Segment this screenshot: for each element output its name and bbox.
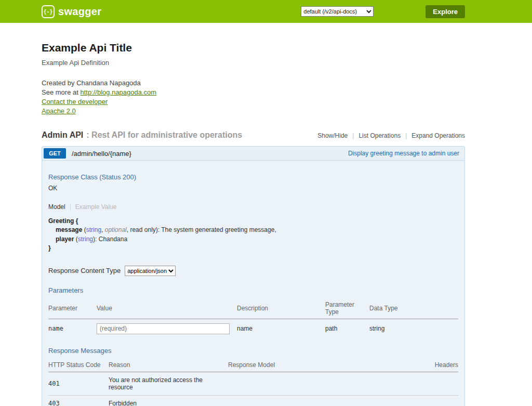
col-parameter-type: Parameter Type — [325, 298, 369, 319]
api-url-select[interactable]: default (/v2/api-docs) — [301, 6, 374, 17]
status-headers — [426, 395, 458, 406]
response-content-type-row: Response Content Type application/json — [48, 266, 458, 276]
response-class-heading: Response Class (Status 200) — [48, 173, 458, 181]
see-more-link[interactable]: http://blog.napagoda.com — [80, 88, 156, 96]
expand-operations-link[interactable]: Expand Operations — [401, 132, 465, 139]
status-response-model — [228, 372, 426, 395]
api-title: Example Api Title — [42, 42, 465, 54]
response-content-type-select[interactable]: application/json — [125, 266, 176, 276]
operation-body: Response Class (Status 200) OK ModelExam… — [42, 161, 465, 406]
col-http-status-code: HTTP Status Code — [48, 359, 109, 372]
model-close-line: } — [48, 244, 458, 253]
col-reason: Reason — [109, 359, 228, 372]
response-messages-table: HTTP Status Code Reason Response Model H… — [48, 359, 458, 406]
parameter-description: name — [237, 319, 325, 336]
response-class-status: OK — [48, 185, 458, 192]
tab-model[interactable]: Model — [48, 203, 70, 211]
model-signature: Greeting { message (string, optional, re… — [48, 217, 458, 253]
swagger-logo[interactable]: {-} swagger — [42, 5, 101, 18]
operation-header[interactable]: GET /admin/hello/{name} Display greeting… — [42, 146, 465, 161]
col-value: Value — [97, 298, 237, 319]
contact-line: Contact the developer — [42, 98, 465, 106]
admin-api-subtitle: : Rest API for administrative operations — [86, 130, 242, 140]
status-response-model — [228, 395, 426, 406]
license-line: Apache 2.0 — [42, 107, 465, 115]
status-code: 403 — [48, 395, 109, 406]
license-link[interactable]: Apache 2.0 — [42, 107, 76, 115]
swagger-logo-text: swagger — [58, 6, 101, 18]
parameters-table: Parameter Value Description Parameter Ty… — [48, 298, 458, 336]
signature-tabs: ModelExample Value — [48, 203, 458, 211]
response-content-type-label: Response Content Type — [48, 267, 121, 274]
parameters-header-row: Parameter Value Description Parameter Ty… — [48, 298, 458, 319]
response-messages-heading: Response Messages — [48, 347, 458, 355]
api-description: Example Api Definition — [42, 59, 465, 67]
parameter-name: name — [48, 319, 97, 336]
info-links: Created by Chandana Napagoda See more at… — [42, 79, 465, 115]
parameter-data-type: string — [369, 319, 458, 336]
status-headers — [426, 372, 458, 395]
response-message-row: 403 Forbidden — [48, 395, 458, 406]
operation-summary-link[interactable]: Display greeting message to admin user — [348, 150, 459, 157]
col-description: Description — [237, 298, 325, 319]
status-reason: Forbidden — [109, 395, 228, 406]
created-by-text: Created by Chandana Napagoda — [42, 79, 465, 87]
model-open-line: Greeting { — [48, 217, 458, 226]
parameter-type: path — [325, 319, 369, 336]
col-headers: Headers — [426, 359, 458, 372]
list-operations-link[interactable]: List Operations — [348, 132, 401, 139]
top-header-bar: {-} swagger default (/v2/api-docs) Explo… — [0, 0, 532, 23]
see-more-line: See more at http://blog.napagoda.com — [42, 88, 465, 96]
response-message-row: 401 You are not authorized access the re… — [48, 372, 458, 395]
parameter-value-input[interactable] — [97, 323, 230, 334]
col-response-model: Response Model — [228, 359, 426, 372]
col-parameter: Parameter — [48, 298, 97, 319]
show-hide-link[interactable]: Show/Hide — [317, 132, 348, 139]
parameter-row: name name path string — [48, 319, 458, 336]
admin-api-section-header: Admin API : Rest API for administrative … — [42, 130, 465, 140]
parameters-heading: Parameters — [48, 286, 458, 294]
response-messages-header-row: HTTP Status Code Reason Response Model H… — [48, 359, 458, 372]
info-section: Example Api Title Example Api Definition… — [42, 42, 465, 115]
explore-button[interactable]: Explore — [425, 5, 465, 18]
admin-api-title[interactable]: Admin API — [42, 130, 83, 140]
model-property-message: message (string, optional, read only): T… — [48, 226, 458, 234]
status-reason: You are not authorized access the resour… — [109, 372, 228, 395]
status-code: 401 — [48, 372, 109, 395]
operation-path[interactable]: /admin/hello/{name} — [72, 150, 131, 158]
col-data-type: Data Type — [369, 298, 458, 319]
tab-example-value[interactable]: Example Value — [70, 203, 117, 211]
get-operation: GET /admin/hello/{name} Display greeting… — [42, 146, 465, 406]
header-inner: {-} swagger default (/v2/api-docs) Explo… — [42, 0, 465, 23]
http-method-badge[interactable]: GET — [44, 148, 66, 159]
contact-developer-link[interactable]: Contact the developer — [42, 98, 108, 106]
swagger-logo-icon: {-} — [42, 5, 55, 18]
model-property-player: player (string): Chandana — [48, 235, 458, 244]
admin-api-controls: Show/Hide List Operations Expand Operati… — [317, 132, 465, 139]
see-more-prefix: See more at — [42, 88, 80, 96]
